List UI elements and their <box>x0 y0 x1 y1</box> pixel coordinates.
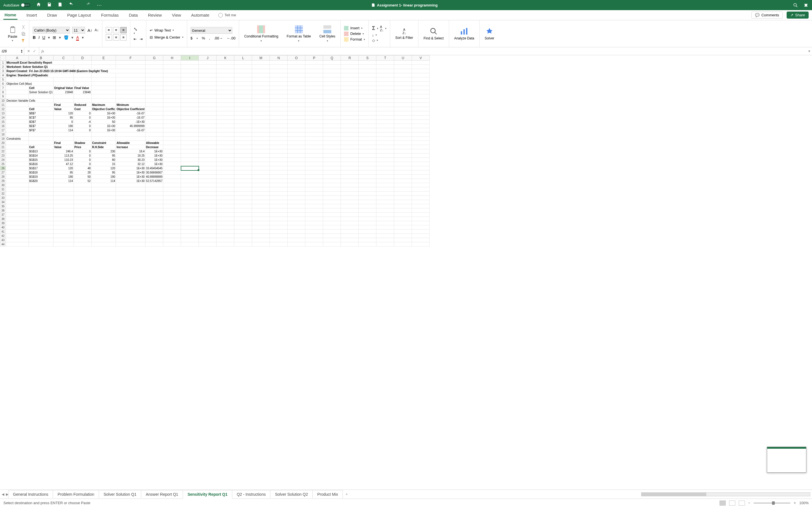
cell[interactable] <box>116 65 145 69</box>
cell[interactable] <box>412 154 430 158</box>
cell[interactable] <box>412 115 430 120</box>
cell[interactable] <box>6 191 29 196</box>
row-header[interactable]: 1 <box>0 61 6 65</box>
cell[interactable] <box>359 90 376 94</box>
cell[interactable] <box>234 77 252 82</box>
cell[interactable] <box>305 162 323 166</box>
cell[interactable] <box>341 158 359 162</box>
cell[interactable] <box>341 209 359 213</box>
cell[interactable]: 15 <box>91 162 116 166</box>
col-G[interactable]: G <box>145 55 163 61</box>
col-D[interactable]: D <box>73 55 91 61</box>
cell[interactable] <box>199 132 216 136</box>
row-header[interactable]: 36 <box>0 209 6 213</box>
cell[interactable] <box>412 221 430 225</box>
cell[interactable] <box>323 213 341 217</box>
cell[interactable]: 30.66666667 <box>145 170 163 175</box>
cell[interactable] <box>116 77 145 82</box>
cell[interactable] <box>6 132 29 136</box>
cell[interactable] <box>359 209 376 213</box>
cell[interactable] <box>359 103 376 107</box>
cell[interactable] <box>288 158 305 162</box>
cell[interactable] <box>323 217 341 221</box>
row-header[interactable]: 33 <box>0 196 6 200</box>
cell[interactable] <box>163 162 181 166</box>
cell[interactable] <box>216 149 234 154</box>
cell[interactable] <box>116 230 145 234</box>
row-header[interactable]: 8 <box>0 90 6 94</box>
cell[interactable] <box>216 136 234 141</box>
cell[interactable] <box>216 162 234 166</box>
cell[interactable] <box>53 238 73 242</box>
cell[interactable] <box>305 82 323 86</box>
cell[interactable] <box>252 77 270 82</box>
cell[interactable]: Decrease <box>145 145 163 149</box>
col-S[interactable]: S <box>359 55 376 61</box>
cell[interactable] <box>252 213 270 217</box>
cell[interactable] <box>163 234 181 238</box>
cell[interactable] <box>6 94 29 99</box>
cell[interactable] <box>252 132 270 136</box>
col-U[interactable]: U <box>394 55 412 61</box>
cell[interactable] <box>270 217 288 221</box>
cell[interactable] <box>91 225 116 230</box>
cell[interactable] <box>199 230 216 234</box>
cell[interactable] <box>234 103 252 107</box>
cell[interactable] <box>288 90 305 94</box>
cell[interactable]: 190 <box>53 175 73 179</box>
cell[interactable] <box>359 183 376 187</box>
cell[interactable] <box>116 217 145 221</box>
cell[interactable] <box>394 204 412 209</box>
cell[interactable] <box>73 132 91 136</box>
cell[interactable]: 0 <box>73 154 91 158</box>
cell[interactable] <box>359 86 376 90</box>
cell[interactable] <box>252 141 270 145</box>
cell[interactable] <box>91 217 116 221</box>
page-break-view-button[interactable] <box>739 501 745 506</box>
cell[interactable] <box>288 187 305 191</box>
cell[interactable] <box>288 217 305 221</box>
cell[interactable] <box>376 149 394 154</box>
cell[interactable] <box>53 209 73 213</box>
cell[interactable]: 1E+30 <box>145 149 163 154</box>
cell[interactable]: Objective Coefficient <box>116 107 145 111</box>
cell[interactable] <box>145 200 163 204</box>
cell[interactable]: 1E+30 <box>145 158 163 162</box>
cell[interactable] <box>359 154 376 158</box>
cell[interactable] <box>412 99 430 103</box>
cell[interactable] <box>234 141 252 145</box>
cell[interactable] <box>6 234 29 238</box>
cell[interactable] <box>29 238 53 242</box>
cell[interactable] <box>288 238 305 242</box>
cell[interactable] <box>323 132 341 136</box>
cell[interactable] <box>199 234 216 238</box>
more-icon[interactable]: ⋯ <box>97 2 102 8</box>
row-header[interactable]: 10 <box>0 99 6 103</box>
cell[interactable] <box>181 162 199 166</box>
cell[interactable] <box>359 158 376 162</box>
cell[interactable] <box>181 145 199 149</box>
cell[interactable]: Allowable <box>116 141 145 145</box>
cell[interactable] <box>394 242 412 246</box>
cell[interactable] <box>73 191 91 196</box>
cell[interactable] <box>288 136 305 141</box>
cell[interactable] <box>252 90 270 94</box>
col-M[interactable]: M <box>252 55 270 61</box>
cell[interactable] <box>6 111 29 115</box>
cell[interactable] <box>234 166 252 170</box>
cell[interactable] <box>376 204 394 209</box>
cell[interactable]: Cell <box>29 145 53 149</box>
row-header[interactable]: 32 <box>0 191 6 196</box>
row-header[interactable]: 14 <box>0 115 6 120</box>
cell[interactable] <box>270 124 288 128</box>
cell[interactable] <box>145 65 163 69</box>
cell[interactable]: 120 <box>91 166 116 170</box>
cell[interactable]: 33.45454545 <box>145 166 163 170</box>
cell[interactable] <box>53 234 73 238</box>
cell[interactable] <box>73 65 91 69</box>
zoom-level[interactable]: 100% <box>799 501 809 505</box>
cell[interactable] <box>270 221 288 225</box>
cell[interactable] <box>288 77 305 82</box>
cell[interactable] <box>412 225 430 230</box>
cell[interactable] <box>376 162 394 166</box>
